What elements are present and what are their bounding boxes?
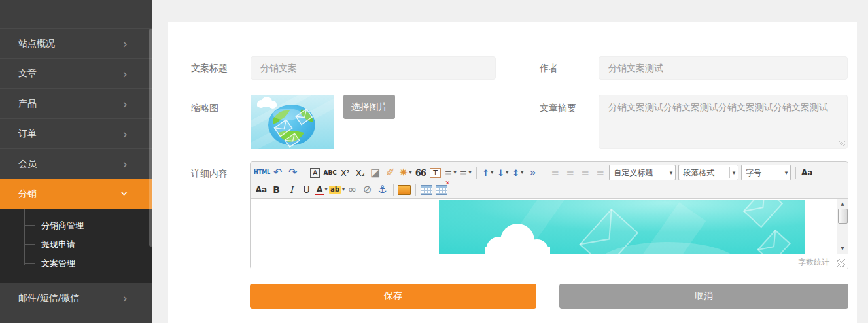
sidebar-subitem-label: 提现申请 xyxy=(41,239,75,249)
quick-typeset-icon[interactable]: Aa ▾ xyxy=(254,182,269,197)
sidebar-item-members[interactable]: 会员 › xyxy=(0,149,152,179)
sidebar-subitem-withdrawal-application[interactable]: 提现申请 xyxy=(0,235,152,254)
title-input[interactable]: 分销文案 xyxy=(251,56,496,80)
ordered-list-icon[interactable]: ≡ ▾ xyxy=(443,165,458,180)
dropdown-caret-icon[interactable]: ▾ xyxy=(491,170,493,175)
sidebar-item-site-overview[interactable]: 站点概况 › xyxy=(0,29,152,59)
editor-resize-grip-icon[interactable] xyxy=(837,259,845,267)
insert-link-icon[interactable]: ∞ ▾ xyxy=(345,182,360,197)
icon-glyph xyxy=(436,185,447,195)
italic-icon[interactable]: I ▾ xyxy=(284,182,299,197)
globe-envelopes-illustration xyxy=(251,95,334,149)
editor-vertical-scrollbar[interactable]: ▲ ▼ xyxy=(837,199,848,254)
icon-glyph: T xyxy=(430,168,441,178)
undo-icon[interactable]: ↶ ▾ xyxy=(270,165,285,180)
paragraph-style-icon[interactable]: A ▾ xyxy=(307,165,322,180)
toolbar-separator: ▾ xyxy=(544,167,544,178)
align-center-icon[interactable]: ≡ ▾ xyxy=(563,165,578,180)
dropdown-caret-icon[interactable]: ▾ xyxy=(506,170,508,175)
sidebar-subitem-distributor-management[interactable]: 分销商管理 xyxy=(0,216,152,235)
highlight-icon[interactable]: ab ▾ xyxy=(329,182,345,197)
cancel-button[interactable]: 取消 xyxy=(559,284,848,309)
dropdown-caret-icon[interactable]: ▾ xyxy=(782,167,790,178)
chevron-icon: › xyxy=(118,191,132,196)
icon-glyph: Aa xyxy=(256,186,267,194)
insert-table-icon[interactable]: ▾ xyxy=(419,182,434,197)
superscript-icon[interactable]: X² ▾ xyxy=(338,165,353,180)
bold-icon[interactable]: B ▾ xyxy=(269,182,284,197)
sidebar-item-label: 站点概况 xyxy=(18,38,55,50)
dropdown-caret-icon[interactable]: ▾ xyxy=(729,167,737,178)
remove-link-icon[interactable]: ⊘ ▾ xyxy=(360,182,375,197)
html-source-button[interactable]: HTML ▾ xyxy=(254,165,270,180)
subscript-icon[interactable]: X₂ ▾ xyxy=(353,165,368,180)
scroll-down-arrow-icon[interactable]: ▼ xyxy=(837,245,848,252)
icon-glyph: X² xyxy=(341,169,350,177)
icon-glyph: ↶ xyxy=(273,167,282,178)
anchor-icon[interactable]: ⚓ ▾ xyxy=(375,182,390,197)
remove-format-eraser-icon[interactable]: ◪ ▾ xyxy=(368,165,383,180)
editor-scrollbar-thumb[interactable] xyxy=(838,209,848,224)
sidebar-item-articles[interactable]: 文章 › xyxy=(0,59,152,89)
quick-format-wand-icon[interactable]: ✷ ▾ xyxy=(398,165,413,180)
delete-table-icon[interactable]: ▾ xyxy=(434,182,449,197)
paragraph-format-select[interactable]: 段落格式 ▾ xyxy=(678,165,738,180)
chevron-icon: › xyxy=(122,157,128,171)
sidebar-item-orders[interactable]: 订单 › xyxy=(0,119,152,149)
icon-glyph: ↑ xyxy=(482,169,489,177)
underline-icon[interactable]: U ▾ xyxy=(299,182,314,197)
icon-glyph xyxy=(421,185,432,195)
chevron-icon: › xyxy=(122,67,128,81)
dropdown-caret-icon[interactable]: ▾ xyxy=(521,170,523,175)
align-left-icon[interactable]: ≡ ▾ xyxy=(547,165,563,180)
summary-textarea[interactable]: 分销文案测试分销文案测试分销文案测试分销文案测试 xyxy=(599,95,848,149)
blockquote-icon[interactable]: 66 ▾ xyxy=(413,165,428,180)
scroll-up-arrow-icon[interactable]: ▲ xyxy=(837,200,848,208)
sidebar-item-label: 文章 xyxy=(18,68,37,80)
redo-icon[interactable]: ↷ ▾ xyxy=(285,165,300,180)
align-justify-icon[interactable]: ≡ ▾ xyxy=(593,165,608,180)
dropdown-caret-icon[interactable]: ▾ xyxy=(409,170,411,175)
icon-glyph: ↕ xyxy=(512,169,519,177)
insert-image-icon[interactable]: ▾ xyxy=(397,182,412,197)
indent-icon[interactable]: » ▾ xyxy=(525,165,540,180)
icon-glyph xyxy=(398,185,411,195)
paragraph-space-before-icon[interactable]: ↑ ▾ xyxy=(480,165,495,180)
save-button[interactable]: 保存 xyxy=(250,284,536,309)
dropdown-caret-icon[interactable]: ▾ xyxy=(454,170,457,175)
chevron-icon: › xyxy=(122,127,128,141)
sidebar-item-distribution[interactable]: 分销 › xyxy=(0,179,152,209)
author-input[interactable]: 分销文案测试 xyxy=(599,56,848,80)
teal-banner-illustration xyxy=(439,200,805,254)
case-switch-icon[interactable]: Aa ▾ xyxy=(799,165,814,180)
dropdown-caret-icon[interactable]: ▾ xyxy=(325,187,328,192)
icon-glyph: » xyxy=(530,167,536,178)
sidebar-item-products[interactable]: 产品 › xyxy=(0,89,152,119)
paste-text-icon[interactable]: T ▾ xyxy=(428,165,443,180)
dropdown-caret-icon[interactable]: ▾ xyxy=(667,167,674,178)
custom-heading-select[interactable]: 自定义标题 ▾ xyxy=(609,165,676,180)
line-height-icon[interactable]: ↕ ▾ xyxy=(510,165,525,180)
editor-content-area[interactable]: ▲ ▼ xyxy=(251,199,848,254)
sidebar-scrollbar-thumb[interactable] xyxy=(149,29,153,246)
sidebar-subitem-copy-management[interactable]: 文案管理 xyxy=(0,254,152,273)
choose-image-button[interactable]: 选择图片 xyxy=(343,95,395,119)
paragraph-space-after-icon[interactable]: ↓ ▾ xyxy=(495,165,510,180)
align-right-icon[interactable]: ≡ ▾ xyxy=(578,165,593,180)
strikethrough-icon[interactable]: ABC ▾ xyxy=(322,165,338,180)
textarea-resize-grip-icon[interactable] xyxy=(839,141,845,146)
sidebar-item-mail-sms-wechat[interactable]: 邮件/短信/微信 › xyxy=(0,283,152,313)
format-brush-icon[interactable]: ✐ ▾ xyxy=(383,165,398,180)
icon-glyph: ≡ xyxy=(551,168,559,178)
font-size-select[interactable]: 字号 ▾ xyxy=(741,165,791,180)
icon-glyph: U xyxy=(303,185,309,194)
unordered-list-icon[interactable]: ≡ ▾ xyxy=(458,165,473,180)
font-color-icon[interactable]: A ▾ xyxy=(314,182,329,197)
icon-glyph: ≡ xyxy=(445,168,453,177)
icon-glyph: ⚓ xyxy=(377,184,387,195)
author-label: 作者 xyxy=(540,61,558,75)
icon-glyph: ∞ xyxy=(348,184,356,195)
icon-glyph: ≡ xyxy=(566,168,574,178)
dropdown-caret-icon[interactable]: ▾ xyxy=(469,170,472,175)
icon-glyph: 段落格式 xyxy=(683,169,714,177)
